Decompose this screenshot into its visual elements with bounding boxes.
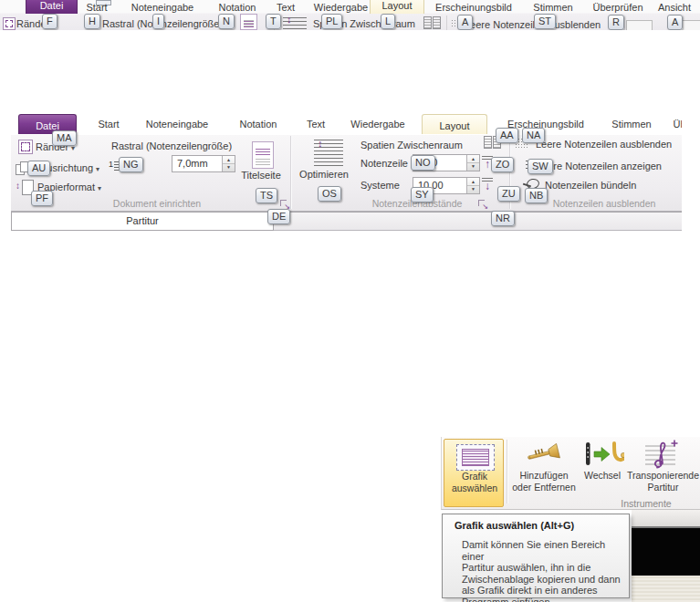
select-graphic-icon bbox=[456, 444, 495, 471]
keytip-pl: PL bbox=[321, 14, 342, 29]
change-instrument-button[interactable]: Wechsel bbox=[580, 439, 624, 507]
title-page-icon bbox=[252, 141, 274, 169]
keytip-os: OS bbox=[318, 186, 341, 202]
tab-ueberpruefen[interactable]: Überprüfen bbox=[666, 119, 682, 130]
tab-label: Datei bbox=[40, 0, 64, 11]
staff-size-label: Rastral (Notenzeilengröße) bbox=[111, 140, 232, 151]
dialog-launcher-icon[interactable] bbox=[478, 200, 487, 209]
keytip-zo: ZO bbox=[491, 157, 514, 172]
grafik-tooltip: Grafik auswählen (Alt+G) Damit können Si… bbox=[442, 514, 630, 598]
keytip-l: L bbox=[381, 14, 395, 29]
tab-erscheinungsbild[interactable]: Erscheinungsbild bbox=[427, 2, 520, 13]
trumpet-icon bbox=[526, 443, 562, 465]
focus-staves-icon bbox=[423, 16, 440, 29]
keytip-sw: SW bbox=[528, 159, 553, 174]
button-divider bbox=[507, 440, 507, 503]
keytip-de: DE bbox=[267, 209, 290, 224]
margins-icon bbox=[18, 140, 33, 154]
tab-ueberpruefen[interactable]: Überprüfen bbox=[587, 2, 649, 13]
keytip-f: F bbox=[42, 14, 57, 29]
keytip-aa: AA bbox=[496, 128, 518, 143]
treble-clef-icon bbox=[644, 439, 681, 469]
desktop-texture-region bbox=[632, 576, 700, 602]
add-or-remove-label: Hinzufügen oder Entfernen bbox=[509, 470, 579, 493]
group-label-dokument: Dokument einrichten bbox=[66, 198, 248, 209]
staves-spacing-label: Notenzeile bbox=[360, 158, 408, 169]
keytip-na: NA bbox=[522, 128, 545, 143]
move-staff-down-icon[interactable] bbox=[482, 176, 494, 194]
staff-size-spin-buttons[interactable] bbox=[222, 156, 235, 171]
keytip-ma: MA bbox=[52, 130, 77, 146]
optimize-button[interactable]: Optimieren bbox=[292, 169, 356, 180]
transposing-score-label: Transponierende Partitur bbox=[626, 470, 700, 493]
group-label-ausblenden: Notenzeilen ausblenden bbox=[531, 198, 677, 209]
federate-staves-button[interactable]: Notenzeilen bündeln bbox=[545, 180, 636, 191]
transposing-score-button[interactable]: Transponierende Partitur bbox=[626, 439, 700, 507]
keytip-ts: TS bbox=[256, 188, 277, 203]
score-page-black-region bbox=[632, 526, 700, 577]
keytip-r: R bbox=[608, 15, 624, 30]
keytip-h: H bbox=[84, 14, 100, 29]
keytip-a: A bbox=[457, 15, 473, 30]
keytip-a2: A bbox=[667, 15, 683, 30]
title-page-icon bbox=[240, 14, 257, 30]
keytip-st: ST bbox=[534, 14, 556, 29]
show-empty-staves-button[interactable]: Leere Notenzeilen anzeigen bbox=[537, 161, 662, 171]
keytip-ng: NG bbox=[119, 157, 143, 172]
document-tab-bar bbox=[274, 212, 682, 231]
tab-label: Layout bbox=[381, 0, 412, 11]
tab-text[interactable]: Text bbox=[268, 2, 303, 13]
screenshot-canvas: Datei Start Noteneingabe Notation Text W… bbox=[0, 0, 700, 602]
staff-size-spinner[interactable]: 7,0mm bbox=[172, 155, 235, 172]
keytip-sy: SY bbox=[411, 187, 434, 202]
document-tab-label: Partitur bbox=[126, 215, 158, 226]
hide-empty-staves-button[interactable]: Leere Notenzeilen ausblenden bbox=[536, 139, 672, 150]
keytip-zu: ZU bbox=[497, 186, 520, 202]
tab-layout-selected[interactable]: Layout bbox=[370, 0, 424, 14]
staves-spacing-spin-buttons[interactable] bbox=[466, 155, 479, 171]
keytip-i: I bbox=[152, 14, 164, 29]
tooltip-body: Damit können Sie einen Bereich einer Par… bbox=[462, 539, 624, 602]
tab-start[interactable]: Start bbox=[78, 2, 115, 13]
tab-text[interactable]: Text bbox=[299, 119, 332, 130]
title-page-button[interactable]: Titelseite bbox=[235, 170, 287, 181]
spaces-between-label: Spatien Zwischenraum bbox=[360, 140, 463, 150]
instrument-change-icon bbox=[582, 441, 624, 467]
dialog-launcher-icon[interactable] bbox=[280, 200, 289, 209]
group-label-instrumente: Instrumente bbox=[619, 498, 674, 509]
keytip-n: N bbox=[218, 14, 235, 29]
systems-spacing-label: Systeme bbox=[360, 180, 400, 191]
keytip-pf: PF bbox=[31, 191, 53, 206]
tab-wiedergabe[interactable]: Wiedergabe bbox=[341, 119, 414, 130]
staff-size-value: 7,0mm bbox=[177, 158, 208, 169]
select-graphic-label: Grafik auswählen bbox=[444, 471, 505, 494]
tab-stimmen[interactable]: Stimmen bbox=[525, 2, 581, 13]
group-divider bbox=[290, 136, 291, 209]
tab-stimmen[interactable]: Stimmen bbox=[604, 119, 659, 130]
hide-empty-staves-button[interactable]: Leere Notenzeilen ausblenden bbox=[465, 19, 601, 30]
group-divider bbox=[446, 16, 447, 30]
tab-noteneingabe[interactable]: Noteneingabe bbox=[121, 2, 204, 13]
tab-notation[interactable]: Notation bbox=[205, 2, 269, 13]
tab-datei[interactable]: Datei bbox=[26, 0, 78, 14]
select-graphic-button[interactable]: Grafik auswählen bbox=[444, 439, 504, 507]
ribbon-edge-fragment bbox=[632, 510, 700, 526]
top-ribbon-fragment: Datei Start Noteneingabe Notation Text W… bbox=[0, 0, 700, 30]
keytip-no: NO bbox=[411, 155, 435, 171]
add-or-remove-button[interactable]: Hinzufügen oder Entfernen bbox=[509, 439, 579, 507]
tab-notation[interactable]: Notation bbox=[228, 119, 288, 130]
tab-ansicht[interactable]: Ansicht bbox=[652, 2, 697, 13]
systems-spacing-spin-buttons[interactable] bbox=[466, 178, 479, 193]
document-tab-partitur[interactable]: Partitur bbox=[11, 212, 274, 231]
tab-noteneingabe[interactable]: Noteneingabe bbox=[137, 119, 217, 130]
optimize-staff-icon bbox=[314, 139, 343, 166]
cut-button-fragment bbox=[626, 20, 653, 30]
keytip-au: AU bbox=[27, 161, 50, 176]
tab-start[interactable]: Start bbox=[89, 119, 128, 130]
keytip-nr: NR bbox=[491, 211, 515, 226]
tab-layout-selected[interactable]: Layout bbox=[422, 114, 487, 134]
keytip-nb: NB bbox=[525, 188, 548, 203]
change-instrument-label: Wechsel bbox=[580, 470, 624, 482]
tab-wiedergabe[interactable]: Wiedergabe bbox=[307, 2, 375, 13]
tab-label: Layout bbox=[439, 120, 469, 131]
